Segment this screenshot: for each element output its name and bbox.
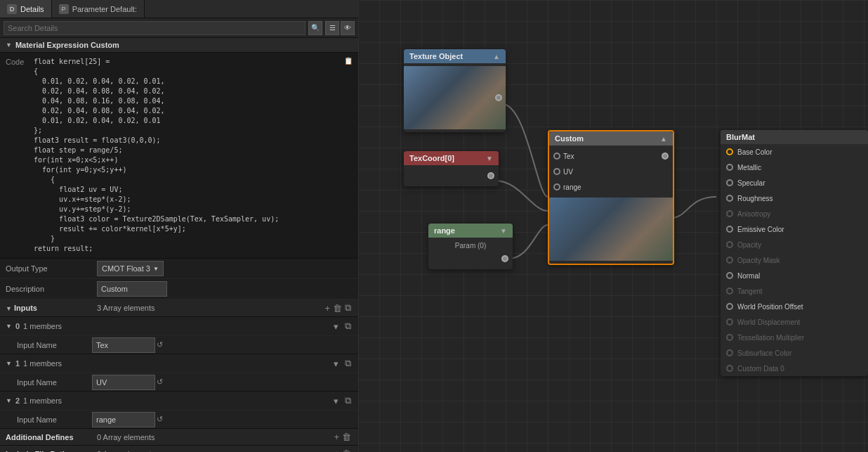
blurmat-tess-pin[interactable] [726,334,733,341]
search-input[interactable] [4,21,305,35]
input-0-header: ▼ 0 1 members ▾ ⧉ [0,317,358,335]
custom-body: Tex UV range [549,146,673,264]
eye-button[interactable]: 👁 [341,21,355,35]
remove-define-button[interactable]: 🗑 [341,432,353,442]
section-arrow[interactable]: ▼ [6,41,12,49]
include-paths-count: 0 Array elements [97,450,332,453]
custom-tex-pin[interactable] [553,153,560,160]
input-2-arrow[interactable]: ▼ [6,397,12,404]
custom-title: Custom [555,134,584,143]
input-1-copy[interactable]: ⧉ [343,358,353,369]
custom-tex-output[interactable] [662,153,669,160]
range-node[interactable]: range ▼ Param (0) [428,224,513,269]
input-1-number: 1 [15,359,20,368]
custom-node[interactable]: Custom ▲ Tex UV range [548,130,674,265]
texture-object-expand[interactable]: ▲ [493,53,500,60]
input-0-dropdown[interactable]: ▾ [332,321,340,332]
custom-tex-row: Tex [549,148,673,164]
blurmat-opacity-label: Opacity [737,241,761,249]
input-0-members: 1 members [23,322,329,330]
input-1-name-field[interactable] [92,375,155,390]
properties-area: Output Type CMOT Float 3 ▼ Description ▼… [0,259,358,452]
tab-details-label: Details [20,5,44,13]
input-2-section: ▼ 2 1 members ▾ ⧉ Input Name ↺ [0,392,358,429]
output-type-row: Output Type CMOT Float 3 ▼ [0,259,358,279]
blurmat-roughness-row: Roughness [721,191,868,206]
texcoord-expand[interactable]: ▼ [486,155,493,162]
texcoord-node[interactable]: TexCoord[0] ▼ [404,151,499,186]
section-title: Material Expression Custom [15,41,119,49]
input-0-arrow[interactable]: ▼ [6,323,12,330]
input-2-reset[interactable]: ↺ [155,415,164,424]
code-text[interactable]: float kernel[25] = { 0.01, 0.02, 0.04, 0… [34,57,353,254]
blurmat-opacity-mask-row: Opacity Mask [721,252,868,268]
input-2-name-field[interactable] [92,412,155,427]
blurmat-specular-pin[interactable] [726,179,733,186]
blurmat-opacity-mask-pin[interactable] [726,257,733,264]
blurmat-header: BlurMat [721,130,868,144]
blurmat-opacity-pin[interactable] [726,241,733,248]
inputs-label: ▼ Inputs [6,304,97,312]
blurmat-wd-pin[interactable] [726,318,733,325]
blurmat-anisotropy-label: Anisotropy [737,210,770,218]
input-0-number: 0 [15,322,20,330]
input-2-dropdown[interactable]: ▾ [332,396,340,406]
blurmat-subsurface-pin[interactable] [726,349,733,356]
output-type-label: Output Type [6,264,97,273]
texcoord-title: TexCoord[0] [409,154,454,162]
texcoord-output-pin[interactable] [487,172,494,179]
blurmat-roughness-pin[interactable] [726,195,733,202]
blurmat-metallic-pin[interactable] [726,164,733,171]
custom-uv-pin[interactable] [553,168,560,175]
paste-icon[interactable]: 📋 [344,57,353,67]
add-path-button[interactable]: + [332,448,341,452]
input-2-members: 1 members [23,396,329,405]
add-input-button[interactable]: + [323,303,331,314]
code-area: Code 📋 float kernel[25] = { 0.01, 0.02, … [0,53,358,259]
blurmat-normal-pin[interactable] [726,272,733,279]
blurmat-basecolor-pin[interactable] [726,148,733,155]
inputs-arrow[interactable]: ▼ [6,305,12,312]
texcoord-output-row [404,168,499,183]
input-0-name-field[interactable] [92,337,155,353]
input-1-arrow[interactable]: ▼ [6,360,12,367]
search-button[interactable]: 🔍 [308,21,322,35]
description-value [97,281,353,297]
blurmat-wpo-pin[interactable] [726,303,733,310]
tab-param-defaults[interactable]: P Parameter Default: [52,0,145,18]
custom-range-pin[interactable] [553,183,560,191]
input-0-reset[interactable]: ↺ [155,340,164,349]
blurmat-anisotropy-row: Anisotropy [721,206,868,221]
blurmat-customdata-pin[interactable] [726,365,733,372]
blurmat-tangent-pin[interactable] [726,288,733,295]
blurmat-pins: Base Color Metallic Specular Roughness A… [721,144,868,376]
input-0-copy[interactable]: ⧉ [343,321,353,332]
description-input[interactable] [97,281,167,297]
blurmat-node[interactable]: BlurMat Base Color Metallic Specular Rou… [721,130,868,376]
copy-input-button[interactable]: ⧉ [343,302,353,314]
blurmat-anisotropy-pin[interactable] [726,210,733,217]
output-type-dropdown[interactable]: CMOT Float 3 ▼ [97,261,164,276]
main-canvas[interactable]: Texture Object ▲ TexCoord[0] ▼ [358,0,868,452]
remove-input-button[interactable]: 🗑 [331,303,343,314]
input-1-dropdown[interactable]: ▾ [332,359,340,369]
texture-object-node[interactable]: Texture Object ▲ [404,49,506,132]
tab-details[interactable]: D Details [0,0,52,18]
input-2-copy[interactable]: ⧉ [343,395,353,406]
blurmat-wpo-row: World Position Offset [721,299,868,314]
add-define-button[interactable]: + [332,432,341,442]
range-header: range ▼ [428,224,513,238]
range-expand[interactable]: ▼ [500,227,507,235]
list-view-button[interactable]: ☰ [325,21,339,35]
input-1-members: 1 members [23,359,329,368]
input-0-name-row: Input Name ↺ [0,335,358,354]
input-1-reset[interactable]: ↺ [155,377,164,387]
description-row: Description [0,279,358,299]
blurmat-emissive-pin[interactable] [726,226,733,233]
texture-output-pin[interactable] [495,94,502,101]
blurmat-roughness-label: Roughness [737,195,773,202]
search-bar: 🔍 ☰ 👁 [0,18,358,38]
range-output-pin[interactable] [501,255,508,262]
remove-path-button[interactable]: 🗑 [341,448,353,452]
custom-expand[interactable]: ▲ [660,135,667,143]
